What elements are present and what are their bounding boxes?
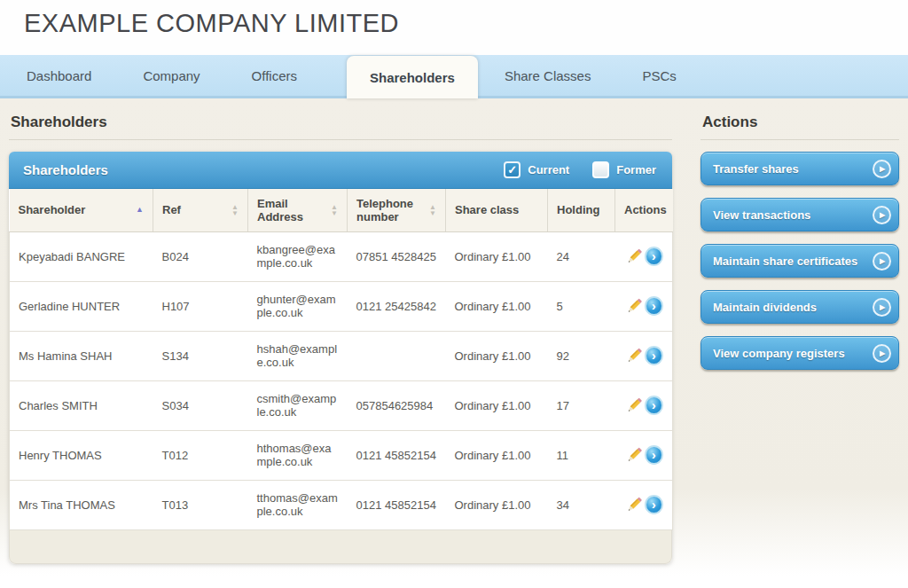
- status-filters: Current Former: [504, 161, 660, 178]
- telephone-cell: 0121 25425842: [348, 281, 446, 331]
- tab-officers[interactable]: Officers: [250, 65, 299, 87]
- former-checkbox-label[interactable]: Former: [616, 163, 656, 176]
- share-class-cell: Ordinary £1.00: [446, 331, 548, 380]
- actions-heading: Actions: [701, 114, 899, 131]
- shareholders-section: Shareholders Shareholders Current Former: [9, 114, 672, 585]
- play-circle-icon: [873, 298, 891, 317]
- telephone-cell: 0121 45852154: [348, 430, 446, 480]
- tab-dashboard[interactable]: Dashboard: [25, 65, 93, 87]
- column-header-shareholder[interactable]: Shareholder ▲: [10, 189, 153, 231]
- ref-cell: S134: [153, 331, 248, 380]
- share-class-cell: Ordinary £1.00: [446, 281, 548, 331]
- ref-cell: T013: [153, 480, 248, 529]
- shareholder-name-cell: Charles SMITH: [10, 380, 153, 430]
- current-checkbox-label[interactable]: Current: [528, 163, 569, 176]
- sort-icon[interactable]: ▲▼: [231, 204, 239, 216]
- column-header-actions: Actions: [615, 189, 673, 231]
- table-row: Mrs Tina THOMAS T013 tthomas@example.co.…: [10, 480, 673, 529]
- play-circle-icon: [873, 252, 891, 270]
- open-shareholder-chevron-icon[interactable]: ›: [645, 445, 663, 465]
- table-row: Henry THOMAS T012 hthomas@example.co.uk …: [10, 430, 673, 480]
- edit-pencil-icon[interactable]: [624, 345, 645, 366]
- shareholder-name-cell: Kpeyabadi BANGRE: [10, 231, 153, 281]
- open-shareholder-chevron-icon[interactable]: ›: [645, 247, 663, 266]
- holding-cell: 5: [548, 281, 615, 331]
- page-content: Shareholders Shareholders Current Former: [0, 98, 908, 585]
- shareholder-name-cell: Ms Hamina SHAH: [10, 331, 153, 380]
- share-class-cell: Ordinary £1.00: [446, 231, 548, 281]
- play-circle-icon: [873, 344, 891, 363]
- telephone-cell: 0121 45852154: [348, 480, 446, 529]
- table-row: Gerladine HUNTER H107 ghunter@example.co…: [10, 281, 673, 331]
- ref-cell: B024: [153, 231, 248, 281]
- actions-cell: ›: [615, 380, 673, 430]
- shareholders-table: Shareholder ▲ Ref ▲▼ Email Address ▲▼: [9, 189, 673, 530]
- sort-icon[interactable]: ▲▼: [331, 204, 338, 216]
- ref-cell: T012: [153, 430, 248, 480]
- shareholder-name-cell: Gerladine HUNTER: [10, 281, 153, 331]
- email-cell: hthomas@example.co.uk: [248, 430, 348, 480]
- email-cell: tthomas@example.co.uk: [248, 480, 348, 529]
- tab-pscs[interactable]: PSCs: [640, 65, 677, 87]
- column-header-share-class: Share class: [446, 189, 548, 231]
- view-transactions-button[interactable]: View transactions: [701, 198, 899, 231]
- share-class-cell: Ordinary £1.00: [446, 480, 548, 529]
- shareholder-name-cell: Mrs Tina THOMAS: [10, 480, 153, 529]
- column-header-ref[interactable]: Ref ▲▼: [153, 189, 248, 231]
- ref-cell: H107: [153, 281, 248, 331]
- open-shareholder-chevron-icon[interactable]: ›: [645, 346, 663, 365]
- view-company-registers-button[interactable]: View company registers: [701, 336, 899, 370]
- tab-company[interactable]: Company: [141, 65, 201, 87]
- actions-sidebar: Actions Transfer shares View transaction…: [701, 114, 899, 585]
- actions-cell: ›: [615, 331, 673, 380]
- ref-cell: S034: [153, 380, 248, 430]
- panel-header: Shareholders Current Former: [9, 152, 672, 189]
- transfer-shares-button[interactable]: Transfer shares: [701, 152, 899, 185]
- tab-shareholders[interactable]: Shareholders: [347, 56, 478, 98]
- holding-cell: 17: [548, 380, 615, 430]
- email-cell: ghunter@example.co.uk: [248, 281, 348, 331]
- edit-pencil-icon[interactable]: [624, 246, 645, 267]
- open-shareholder-chevron-icon[interactable]: ›: [645, 495, 663, 514]
- sort-icon[interactable]: ▲▼: [429, 204, 436, 216]
- play-circle-icon: [873, 206, 891, 224]
- shareholder-name-cell: Henry THOMAS: [10, 430, 153, 480]
- holding-cell: 11: [548, 430, 615, 480]
- company-title: EXAMPLE COMPANY LIMITED: [24, 9, 908, 38]
- maintain-share-certificates-button[interactable]: Maintain share certificates: [701, 244, 899, 278]
- tab-bar: Dashboard Company Officers Shareholders …: [0, 55, 908, 98]
- column-header-holding: Holding: [548, 189, 615, 231]
- panel-title: Shareholders: [23, 162, 108, 177]
- open-shareholder-chevron-icon[interactable]: ›: [645, 296, 663, 316]
- tab-share-classes[interactable]: Share Classes: [503, 65, 593, 87]
- email-cell: kbangree@example.co.uk: [248, 231, 348, 281]
- edit-pencil-icon[interactable]: [624, 295, 645, 317]
- divider: [701, 139, 899, 140]
- actions-cell: ›: [615, 281, 673, 331]
- holding-cell: 24: [548, 231, 615, 281]
- maintain-dividends-button[interactable]: Maintain dividends: [701, 290, 899, 324]
- email-cell: csmith@example.co.uk: [248, 380, 348, 430]
- open-shareholder-chevron-icon[interactable]: ›: [645, 396, 663, 415]
- actions-cell: ›: [615, 480, 673, 529]
- edit-pencil-icon[interactable]: [624, 395, 645, 416]
- column-header-email[interactable]: Email Address ▲▼: [248, 189, 348, 231]
- actions-cell: ›: [615, 430, 673, 480]
- current-checkbox[interactable]: [504, 161, 521, 178]
- actions-cell: ›: [615, 231, 673, 281]
- holding-cell: 92: [548, 331, 615, 380]
- former-checkbox[interactable]: [592, 161, 609, 178]
- holding-cell: 34: [548, 480, 615, 529]
- table-row: Kpeyabadi BANGRE B024 kbangree@example.c…: [10, 231, 673, 281]
- share-class-cell: Ordinary £1.00: [446, 430, 548, 480]
- sort-ascending-icon[interactable]: ▲: [136, 206, 144, 214]
- edit-pencil-icon[interactable]: [624, 494, 645, 515]
- page-title: Shareholders: [9, 114, 672, 131]
- table-header-row: Shareholder ▲ Ref ▲▼ Email Address ▲▼: [10, 189, 673, 231]
- table-row: Charles SMITH S034 csmith@example.co.uk …: [10, 380, 673, 430]
- edit-pencil-icon[interactable]: [624, 444, 645, 466]
- column-header-telephone[interactable]: Telephone number ▲▼: [348, 189, 446, 231]
- app-header: EXAMPLE COMPANY LIMITED: [0, 0, 908, 55]
- email-cell: hshah@example.co.uk: [248, 331, 348, 380]
- divider: [9, 139, 672, 140]
